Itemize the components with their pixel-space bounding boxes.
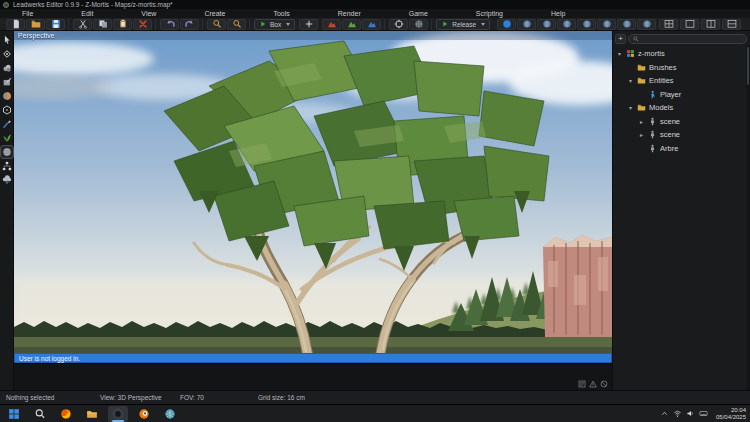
scene-tree-scrollbar[interactable]: [746, 45, 750, 390]
add-object-button[interactable]: [299, 19, 318, 30]
taskbar-app-firefox[interactable]: [56, 406, 76, 422]
menu-create[interactable]: Create: [204, 10, 225, 17]
texture-sphere-tool[interactable]: [1, 90, 13, 102]
menu-scripting[interactable]: Scripting: [476, 10, 503, 17]
expander-collapsed-icon[interactable]: ▸: [638, 131, 645, 138]
tree-item-scene[interactable]: ▸scene: [613, 128, 750, 142]
menu-game[interactable]: Game: [409, 10, 428, 17]
run-mode-dropdown[interactable]: Release: [436, 19, 490, 30]
cut-button[interactable]: [73, 19, 92, 30]
view-toggle-group: [494, 19, 659, 30]
folder-icon: [637, 76, 646, 85]
paste-button[interactable]: [113, 19, 132, 30]
tray-keyboard[interactable]: [699, 409, 708, 418]
login-notification-bar[interactable]: User is not logged in.: [14, 353, 612, 363]
terrain-green-button[interactable]: [342, 19, 361, 30]
tray-wifi[interactable]: [673, 409, 682, 418]
hatched-sphere-button[interactable]: [409, 19, 428, 30]
expander-expanded-icon[interactable]: ▾: [616, 50, 623, 57]
tree-item-entities[interactable]: ▾Entities: [613, 74, 750, 88]
face-edit-tool[interactable]: [1, 76, 13, 88]
tree-item-z-mortis[interactable]: ▾z-mortis: [613, 47, 750, 61]
view-toggle-5[interactable]: [577, 19, 596, 30]
layout-split-horizontal-button[interactable]: [722, 19, 741, 30]
zoom-search-button[interactable]: [207, 19, 226, 30]
terrain-sculpt-tool[interactable]: [1, 62, 13, 74]
layout-quad-button[interactable]: [659, 19, 678, 30]
scene-search-input[interactable]: [641, 35, 731, 42]
tree-item-arbre[interactable]: Arbre: [613, 142, 750, 156]
redo-button[interactable]: [180, 19, 199, 30]
open-folder-button[interactable]: [26, 19, 45, 30]
menu-help[interactable]: Help: [551, 10, 565, 17]
taskbar-app-file-explorer[interactable]: [82, 406, 102, 422]
copy-button[interactable]: [93, 19, 112, 30]
expander-collapsed-icon[interactable]: ▸: [638, 118, 645, 125]
save-button[interactable]: [46, 19, 65, 30]
terrain-sculpt-icon: [2, 63, 12, 73]
menu-edit[interactable]: Edit: [81, 10, 93, 17]
layout-quad-icon: [664, 19, 674, 29]
taskbar-clock[interactable]: 20:04 05/04/2025: [716, 407, 746, 420]
view-toggle-4[interactable]: [557, 19, 576, 30]
select-arrow-tool[interactable]: [1, 34, 13, 46]
add-entity-button[interactable]: +: [615, 34, 626, 44]
taskbar-app-search[interactable]: [30, 406, 50, 422]
warnings-filter-button[interactable]: [589, 380, 597, 388]
terrain-blue-button[interactable]: [362, 19, 381, 30]
zoom-search-button[interactable]: [227, 19, 246, 30]
taskbar-app-leadwerks-active[interactable]: [108, 406, 128, 422]
title-bar: Leadwerks Editor 0.9.9 - Z-Mortis - Maps…: [0, 0, 750, 9]
menu-render[interactable]: Render: [338, 10, 361, 17]
primitives-hexagon-tool[interactable]: [1, 104, 13, 116]
windows-taskbar: 20:04 05/04/2025: [0, 404, 750, 422]
view-toggle-1[interactable]: [497, 19, 516, 30]
firefox-icon: [60, 408, 72, 420]
taskbar-app-start[interactable]: [4, 406, 24, 422]
scene-search-box[interactable]: [628, 34, 747, 44]
clock-time: 20:04: [716, 407, 746, 414]
console-panel[interactable]: [14, 363, 612, 390]
tray-volume[interactable]: [686, 409, 695, 418]
expander-expanded-icon[interactable]: ▾: [627, 77, 634, 84]
tray-tray-chevron[interactable]: [660, 409, 669, 418]
menu-view[interactable]: View: [141, 10, 156, 17]
crosshair-circle-icon: [394, 19, 404, 29]
tree-item-brushes[interactable]: Brushes: [613, 61, 750, 75]
delete-icon: [138, 19, 148, 29]
view-toggle-2[interactable]: [517, 19, 536, 30]
menu-file[interactable]: File: [22, 10, 33, 17]
sphere-tool-tool[interactable]: [1, 146, 13, 158]
layout-single-button[interactable]: [680, 19, 699, 30]
delete-button[interactable]: [133, 19, 152, 30]
errors-filter-button[interactable]: [600, 380, 608, 388]
tree-item-player[interactable]: Player: [613, 88, 750, 102]
start-icon: [8, 408, 20, 420]
expander-expanded-icon[interactable]: ▾: [627, 104, 634, 111]
move-tool-tool[interactable]: [1, 48, 13, 60]
terrain-red-button[interactable]: [322, 19, 341, 30]
new-file-button[interactable]: [6, 19, 25, 30]
menu-tools[interactable]: Tools: [273, 10, 289, 17]
tree-item-scene[interactable]: ▸scene: [613, 115, 750, 129]
cloud-download-tool[interactable]: [1, 174, 13, 186]
tree-item-models[interactable]: ▾Models: [613, 101, 750, 115]
undo-button[interactable]: [160, 19, 179, 30]
hierarchy-tool[interactable]: [1, 160, 13, 172]
tree-item-label: z-mortis: [638, 49, 665, 58]
log-list-filter-button[interactable]: [578, 380, 586, 388]
object-type-dropdown[interactable]: Box: [254, 19, 295, 30]
taskbar-app-blender[interactable]: [134, 406, 154, 422]
layout-split-vertical-button[interactable]: [701, 19, 720, 30]
view-toggle-7[interactable]: [617, 19, 636, 30]
paint-brush-tool[interactable]: [1, 118, 13, 130]
crosshair-circle-button[interactable]: [389, 19, 408, 30]
run-mode-dropdown-label: Release: [452, 21, 476, 28]
view-toggle-6[interactable]: [597, 19, 616, 30]
view-toggle-8[interactable]: [637, 19, 656, 30]
taskbar-app-globe-app[interactable]: [160, 406, 180, 422]
view-toggle-3[interactable]: [537, 19, 556, 30]
vegetation-tool[interactable]: [1, 132, 13, 144]
terrain-red-icon: [327, 19, 337, 29]
viewport-3d[interactable]: Perspective: [14, 31, 612, 353]
